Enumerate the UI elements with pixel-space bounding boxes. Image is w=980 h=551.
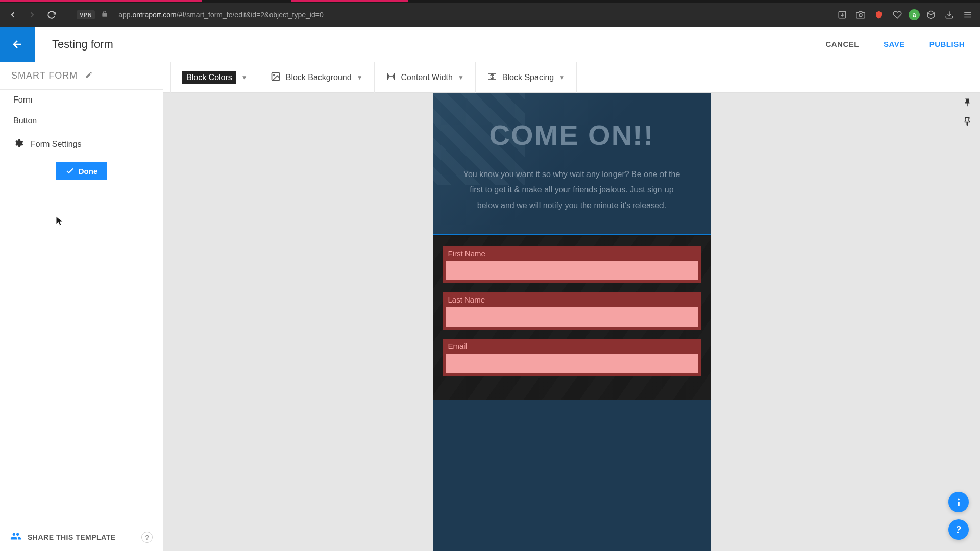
image-icon xyxy=(271,71,281,84)
heart-icon[interactable] xyxy=(890,8,904,22)
spacing-icon xyxy=(487,71,497,84)
canvas-area: Block Colors ▼ Block Background ▼ Conten… xyxy=(163,62,980,551)
form-field-email: Email xyxy=(443,339,701,376)
tool-content-width[interactable]: Content Width ▼ xyxy=(375,62,476,93)
browser-back-button[interactable] xyxy=(5,7,20,22)
cancel-button[interactable]: CANCEL xyxy=(813,40,871,48)
hero-title: COME ON!! xyxy=(453,118,691,152)
chevron-down-icon: ▼ xyxy=(559,74,565,81)
tool-block-colors[interactable]: Block Colors ▼ xyxy=(170,62,259,93)
chevron-down-icon: ▼ xyxy=(357,74,363,81)
cursor-icon xyxy=(55,215,65,228)
tool-block-spacing[interactable]: Block Spacing ▼ xyxy=(476,62,577,93)
share-label[interactable]: SHARE THIS TEMPLATE xyxy=(28,533,135,541)
install-icon[interactable] xyxy=(835,8,849,22)
canvas-body[interactable]: COME ON!! You know you want it so why wa… xyxy=(163,93,980,551)
sidebar-title: SMART FORM xyxy=(11,70,78,81)
done-button[interactable]: Done xyxy=(56,162,107,180)
done-label: Done xyxy=(79,167,98,176)
app-header: Testing form CANCEL SAVE PUBLISH xyxy=(0,27,980,62)
content-width-label: Content Width xyxy=(401,73,453,82)
block-background-label: Block Background xyxy=(286,73,352,82)
first-name-input[interactable] xyxy=(444,261,700,282)
first-name-label: First Name xyxy=(444,247,700,258)
email-input[interactable] xyxy=(444,354,700,375)
download-icon[interactable] xyxy=(942,8,957,22)
form-field-last-name: Last Name xyxy=(443,292,701,330)
block-colors-label: Block Colors xyxy=(182,71,236,84)
sidebar-header: SMART FORM xyxy=(0,62,163,90)
package-icon[interactable] xyxy=(924,8,938,22)
svg-point-15 xyxy=(958,499,960,501)
info-button[interactable] xyxy=(948,492,969,512)
chevron-down-icon: ▼ xyxy=(241,74,248,81)
shield-icon[interactable] xyxy=(872,8,886,22)
menu-icon[interactable] xyxy=(961,8,975,22)
svg-point-1 xyxy=(859,13,862,16)
sidebar: SMART FORM Form Button Form Settings Don… xyxy=(0,62,163,551)
people-icon xyxy=(10,531,21,544)
sidebar-item-button[interactable]: Button xyxy=(0,111,163,132)
pin-outline-icon[interactable] xyxy=(963,117,972,129)
profile-avatar[interactable]: a xyxy=(909,9,920,20)
main-layout: SMART FORM Form Button Form Settings Don… xyxy=(0,62,980,551)
block-toolbar: Block Colors ▼ Block Background ▼ Conten… xyxy=(163,62,980,93)
browser-forward-button[interactable] xyxy=(24,7,40,22)
save-button[interactable]: SAVE xyxy=(871,40,917,48)
browser-reload-button[interactable] xyxy=(44,7,59,22)
form-field-first-name: First Name xyxy=(443,246,701,283)
vpn-badge[interactable]: VPN xyxy=(77,10,95,19)
tab-accent-2 xyxy=(291,0,408,2)
email-label: Email xyxy=(444,340,700,350)
svg-point-8 xyxy=(274,74,275,76)
check-icon xyxy=(65,166,75,176)
preview-block[interactable]: COME ON!! You know you want it so why wa… xyxy=(433,93,711,551)
edit-icon[interactable] xyxy=(85,71,93,81)
url-domain: ontraport.com xyxy=(132,11,176,19)
share-footer: SHARE THIS TEMPLATE ? xyxy=(0,523,163,551)
svg-rect-16 xyxy=(958,502,960,506)
url-path: /#!/smart_form_fe/edit&id=2&object_type_… xyxy=(177,11,324,19)
block-spacing-label: Block Spacing xyxy=(502,73,554,82)
form-section[interactable]: First Name Last Name Email xyxy=(433,234,711,400)
width-icon xyxy=(386,71,396,84)
last-name-input[interactable] xyxy=(444,307,700,329)
sidebar-item-form-settings[interactable]: Form Settings xyxy=(0,132,163,157)
browser-chrome: VPN app.ontraport.com/#!/smart_form_fe/e… xyxy=(0,0,980,27)
right-tools xyxy=(954,93,980,129)
float-buttons: ? xyxy=(948,492,969,540)
pin-icon[interactable] xyxy=(963,98,972,110)
hero-section: COME ON!! You know you want it so why wa… xyxy=(433,93,711,234)
lock-icon xyxy=(101,10,108,19)
sidebar-item-form[interactable]: Form xyxy=(0,90,163,111)
url-bar[interactable]: app.ontraport.com/#!/smart_form_fe/edit&… xyxy=(114,11,831,19)
publish-button[interactable]: PUBLISH xyxy=(917,40,980,48)
help-icon[interactable]: ? xyxy=(141,532,153,543)
app-back-button[interactable] xyxy=(0,27,35,62)
done-row: Done xyxy=(0,157,163,185)
help-button[interactable]: ? xyxy=(948,519,969,540)
tab-accent-1 xyxy=(0,0,202,2)
tool-block-background[interactable]: Block Background ▼ xyxy=(259,62,375,93)
form-settings-label: Form Settings xyxy=(31,140,82,149)
chevron-down-icon: ▼ xyxy=(458,74,464,81)
gear-icon xyxy=(13,138,23,151)
url-prefix: app. xyxy=(118,11,132,19)
hero-description: You know you want it so why wait any lon… xyxy=(453,167,691,213)
camera-icon[interactable] xyxy=(853,8,868,22)
last-name-label: Last Name xyxy=(444,293,700,304)
page-title: Testing form xyxy=(35,38,813,51)
